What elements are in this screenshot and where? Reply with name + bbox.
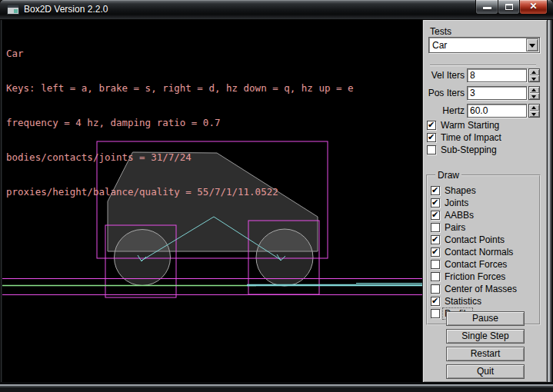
app-window: Box2D Version 2.2.0 ✕ (0, 0, 553, 392)
draw-checkbox-friction-forces[interactable]: Friction Forces (431, 271, 538, 284)
close-button[interactable]: ✕ (519, 0, 548, 15)
draw-checkbox-contact-forces[interactable]: Contact Forces (431, 259, 538, 271)
pairs-checkbox[interactable] (431, 223, 440, 232)
draw-checkbox-center-of-masses[interactable]: Center of Masses (431, 284, 538, 296)
hertz-label: Hertz (423, 105, 465, 116)
single-step-button[interactable]: Single Step (446, 329, 525, 344)
hertz-down-button[interactable] (529, 111, 539, 117)
tests-label: Tests (430, 26, 451, 37)
pos-iters-spinner (528, 86, 540, 100)
maximize-button[interactable] (498, 0, 520, 15)
aabbs-checkbox[interactable] (431, 211, 440, 220)
window-border-bottom (0, 382, 553, 392)
center-of-masses-checkbox[interactable] (431, 284, 440, 294)
app-icon (7, 5, 19, 15)
draw-rows: Shapes Joints AABBs Pairs Contact Points (431, 185, 538, 321)
pause-button[interactable]: Pause (446, 311, 525, 326)
contact-normals-checkbox[interactable] (431, 247, 440, 257)
statistics-checkbox[interactable] (431, 297, 440, 306)
draw-checkbox-contact-points[interactable]: Contact Points (431, 234, 538, 247)
hertz-row: Hertz (423, 104, 548, 118)
window-title: Box2D Version 2.2.0 (24, 0, 108, 20)
hertz-up-button[interactable] (529, 105, 539, 111)
draw-checkbox-pairs[interactable]: Pairs (431, 222, 538, 234)
stats-overlay: Car Keys: left = a, brake = s, right = d… (6, 25, 354, 221)
hertz-input[interactable] (467, 104, 527, 118)
proxies-line: proxies/height/balance/quality = 55/7/1/… (6, 186, 354, 198)
separator (430, 65, 536, 66)
vel-iters-spinner (528, 68, 540, 82)
bodies-line: bodies/contacts/joints = 31/7/24 (6, 151, 354, 163)
draw-checkbox-shapes[interactable]: Shapes (431, 185, 538, 198)
tests-dropdown[interactable]: Car (428, 37, 540, 53)
profile-checkbox[interactable] (431, 309, 440, 318)
hertz-spinner (528, 104, 540, 118)
sub-stepping-checkbox[interactable] (427, 145, 436, 154)
vel-iters-down-button[interactable] (529, 75, 539, 81)
car-wheel-left (115, 230, 171, 286)
simulation-canvas[interactable]: Car Keys: left = a, brake = s, right = d… (2, 20, 422, 382)
contact-points-checkbox[interactable] (431, 235, 440, 244)
draw-group: Draw Shapes Joints AABBs Pairs (426, 174, 541, 325)
draw-checkbox-aabbs[interactable]: AABBs (431, 210, 538, 222)
caption-buttons: ✕ (476, 0, 548, 15)
draw-checkbox-contact-normals[interactable]: Contact Normals (431, 247, 538, 259)
vel-iters-row: Vel Iters (423, 68, 548, 82)
maximize-icon (505, 4, 513, 10)
close-icon: ✕ (520, 1, 547, 12)
friction-forces-checkbox[interactable] (431, 272, 440, 281)
pos-iters-down-button[interactable] (529, 93, 539, 99)
minimize-button[interactable] (475, 0, 498, 15)
warm-starting-checkbox[interactable] (427, 121, 436, 130)
restart-button[interactable]: Restart (446, 347, 525, 361)
vel-iters-label: Vel Iters (423, 70, 465, 81)
titlebar: Box2D Version 2.2.0 ✕ (0, 0, 553, 20)
control-panel: Tests Car Vel Iters Pos Iters Hertz Warm… (422, 20, 547, 382)
tests-dropdown-arrow-icon[interactable] (526, 38, 538, 51)
test-name-line: Car (6, 48, 354, 59)
shapes-checkbox[interactable] (431, 186, 440, 195)
tests-dropdown-value: Car (432, 40, 447, 51)
keys-line: Keys: left = a, brake = s, right = d, hz… (6, 82, 354, 94)
vel-iters-up-button[interactable] (529, 69, 539, 75)
draw-group-legend: Draw (435, 170, 461, 181)
pos-iters-label: Pos Iters (423, 88, 465, 98)
time-of-impact-checkbox[interactable] (427, 133, 436, 142)
contact-forces-checkbox[interactable] (431, 260, 440, 269)
draw-checkbox-joints[interactable]: Joints (431, 198, 538, 210)
pos-iters-up-button[interactable] (529, 87, 539, 93)
vel-iters-input[interactable] (467, 68, 527, 82)
minimize-icon (483, 7, 491, 9)
quit-button[interactable]: Quit (446, 364, 525, 379)
draw-checkbox-statistics[interactable]: Statistics (431, 296, 538, 308)
frequency-line: frequency = 4 hz, damping ratio = 0.7 (6, 117, 354, 128)
pos-iters-input[interactable] (467, 86, 527, 100)
pos-iters-row: Pos Iters (423, 86, 548, 100)
car-wheel-right (256, 229, 313, 286)
window-border-right (547, 20, 553, 392)
joints-checkbox[interactable] (431, 198, 440, 208)
